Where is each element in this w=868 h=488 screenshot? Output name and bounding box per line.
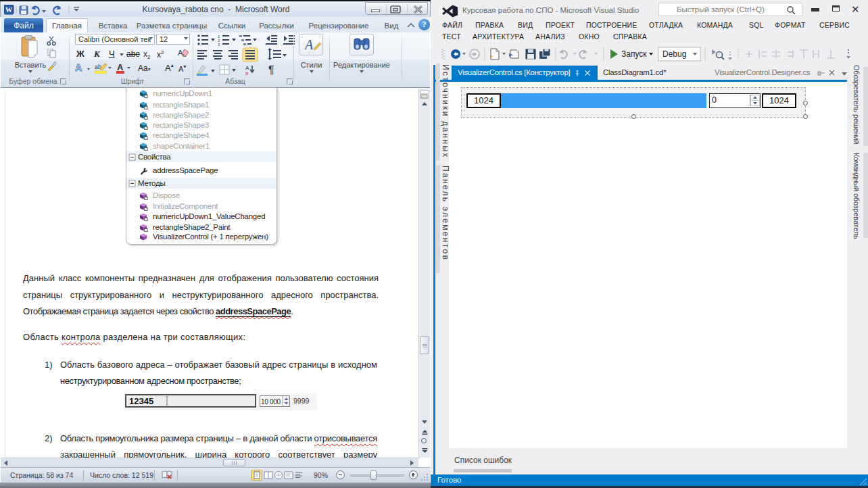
svg-text:3: 3 (218, 43, 220, 47)
svg-text:Запуск: Запуск (621, 49, 647, 59)
svg-text:Debug: Debug (662, 49, 686, 59)
svg-text:A: A (117, 62, 124, 72)
svg-text:я: я (245, 70, 248, 76)
svg-text:¶: ¶ (268, 64, 274, 76)
svg-text:A: A (304, 37, 314, 52)
svg-text:A: A (75, 62, 82, 73)
